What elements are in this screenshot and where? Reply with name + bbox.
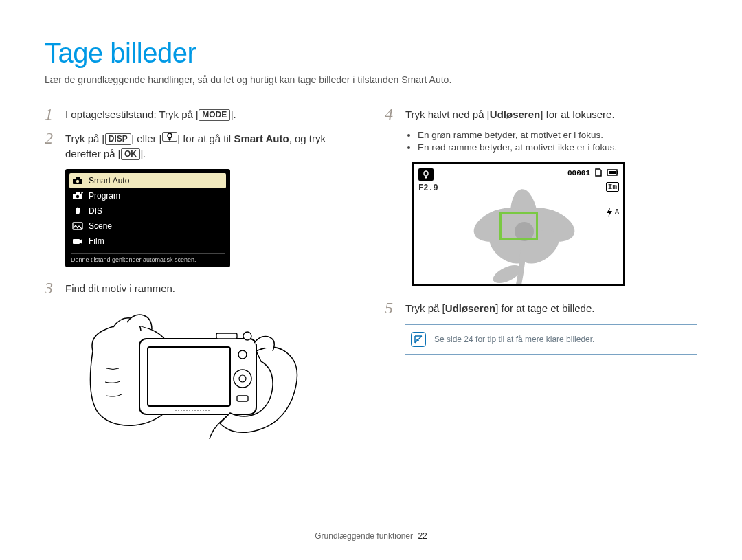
step-2: 2 Tryk på [DISP] eller [] for at gå til … — [45, 130, 357, 162]
step-text: Tryk på [DISP] eller [] for at gå til Sm… — [65, 130, 357, 162]
step-1: 1 I optagelsestilstand: Tryk på [MODE]. — [45, 106, 357, 123]
scene-icon — [72, 221, 83, 231]
disp-button-label: DISP — [105, 133, 131, 145]
step-4: 4 Tryk halvt ned på [Udløseren] for at f… — [385, 106, 697, 123]
text: ] eller [ — [131, 133, 162, 144]
mode-item-dis: DIS — [65, 203, 230, 219]
lcd-preview: 00001 F2.9 Im A — [412, 162, 625, 286]
svg-rect-18 — [617, 171, 618, 174]
mode-label: Smart Auto — [89, 176, 129, 186]
mode-item-smart-auto: Smart Auto — [69, 173, 226, 188]
svg-rect-14 — [237, 396, 248, 401]
camera-program-icon: P — [72, 191, 83, 201]
step-text: I optagelsestilstand: Tryk på [MODE]. — [65, 106, 236, 123]
svg-text:P: P — [81, 192, 83, 196]
shutter-label: Udløseren — [445, 302, 495, 314]
ok-button-label: OK — [121, 148, 140, 160]
svg-point-11 — [238, 350, 247, 359]
focus-rectangle — [499, 212, 538, 240]
flash-icon — [605, 207, 614, 218]
step-number: 3 — [45, 280, 58, 296]
svg-point-2 — [76, 179, 79, 182]
svg-point-16 — [243, 332, 251, 340]
macro-icon — [162, 132, 177, 142]
step-number: 4 — [385, 106, 398, 122]
svg-rect-20 — [611, 171, 614, 174]
text: ] for at gå til — [177, 133, 234, 144]
mode-button-label: MODE — [199, 109, 230, 121]
camera-in-hands-illustration — [86, 303, 299, 440]
bullet-green: En grøn ramme betyder, at motivet er i f… — [418, 130, 697, 140]
macro-badge-icon — [418, 168, 434, 181]
mode-label: DIS — [89, 206, 102, 216]
left-column: 1 I optagelsestilstand: Tryk på [MODE]. … — [45, 106, 357, 440]
step-number: 5 — [385, 300, 398, 316]
svg-rect-19 — [609, 171, 611, 174]
text: Tryk halvt ned på [ — [405, 109, 490, 120]
right-column: 4 Tryk halvt ned på [Udløseren] for at f… — [385, 106, 697, 440]
flash-auto-label: A — [615, 208, 619, 216]
mode-caption: Denne tilstand genkender automatisk scen… — [71, 253, 225, 263]
page-footer: Grundlæggende funktioner 22 — [0, 531, 742, 541]
tip-note: Se side 24 for tip til at få mere klare … — [405, 324, 697, 355]
step-3: 3 Find dit motiv i rammen. — [45, 280, 357, 297]
step-text: Find dit motiv i rammen. — [65, 280, 175, 297]
mode-item-scene: Scene — [65, 219, 230, 234]
mode-label: Program — [89, 191, 120, 201]
step-number: 1 — [45, 106, 58, 122]
hand-dis-icon — [72, 206, 83, 216]
camera-smart-icon — [72, 176, 83, 186]
text: ] for at fokusere. — [540, 109, 614, 120]
text: ]. — [230, 109, 236, 120]
focus-hint-bullets: En grøn ramme betyder, at motivet er i f… — [418, 130, 697, 153]
note-icon — [411, 332, 426, 347]
svg-rect-10 — [148, 347, 230, 406]
step-5: 5 Tryk på [Udløseren] for at tage et bil… — [385, 300, 697, 317]
step-number: 2 — [45, 130, 58, 146]
text: ] for at tage et billede. — [495, 302, 594, 314]
svg-rect-15 — [216, 333, 237, 339]
memory-card-icon — [594, 168, 603, 179]
image-size-badge: Im — [606, 182, 619, 192]
step-text: Tryk på [Udløseren] for at tage et bille… — [405, 300, 594, 317]
footer-page-number: 22 — [418, 531, 427, 541]
battery-icon — [607, 168, 619, 179]
text: Tryk på [ — [405, 302, 445, 314]
shutter-label: Udløseren — [490, 109, 540, 120]
bullet-red: En rød ramme betyder, at motivet ikke er… — [418, 142, 697, 153]
page-subtitle: Lær de grundlæggende handlinger, så du l… — [45, 74, 697, 85]
svg-rect-1 — [76, 177, 80, 179]
mode-label: Film — [89, 236, 104, 246]
footer-section: Grundlæggende funktioner — [315, 531, 413, 541]
text: Tryk på [ — [65, 133, 105, 144]
svg-rect-8 — [73, 239, 80, 244]
svg-point-13 — [239, 375, 246, 382]
mode-label: Scene — [89, 221, 112, 231]
svg-rect-4 — [76, 192, 80, 194]
note-text: Se side 24 for tip til at få mere klare … — [434, 335, 594, 344]
svg-point-5 — [76, 194, 79, 197]
page-title: Tage billeder — [45, 38, 697, 69]
text: I optagelsestilstand: Tryk på [ — [65, 109, 199, 120]
mode-item-program: P Program — [65, 188, 230, 203]
svg-rect-21 — [614, 171, 616, 174]
smart-auto-label: Smart Auto — [234, 133, 289, 144]
mode-menu: Smart Auto P Program DIS Scene — [65, 169, 230, 267]
mode-item-film: Film — [65, 234, 230, 249]
step-text: Tryk halvt ned på [Udløseren] for at fok… — [405, 106, 615, 123]
text: ]. — [140, 148, 146, 159]
film-icon — [72, 236, 83, 246]
flash-auto-badge: A — [605, 207, 619, 218]
aperture-value: F2.9 — [418, 183, 438, 193]
